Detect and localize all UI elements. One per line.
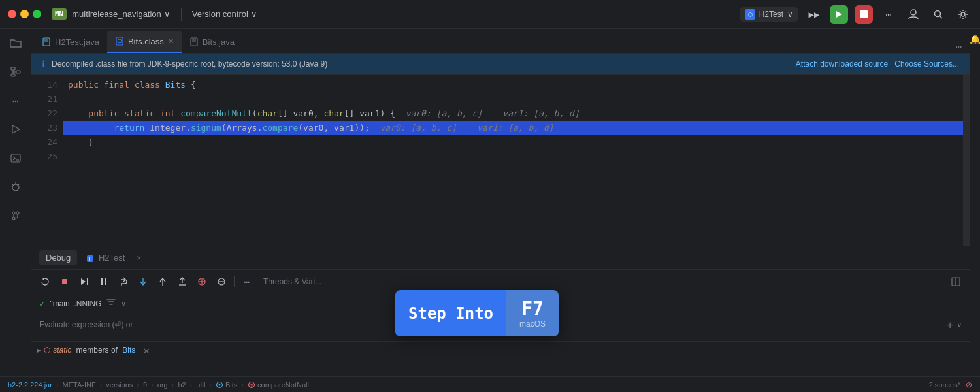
debug-step-up-btn[interactable] xyxy=(174,273,191,290)
scrollbar[interactable] xyxy=(963,75,970,246)
svg-line-16 xyxy=(12,184,14,186)
debug-layout-btn[interactable] xyxy=(947,273,964,290)
run-button[interactable] xyxy=(830,5,848,24)
status-versions: versions xyxy=(106,381,133,389)
stop-button[interactable] xyxy=(855,5,873,24)
debug-threads-label: Threads & Vari... xyxy=(263,277,321,286)
sidebar-icon-debug[interactable] xyxy=(7,178,25,196)
sidebar-icon-git[interactable] xyxy=(7,206,25,225)
status-jar: h2-2.2.224.jar xyxy=(8,381,52,389)
debug-restart-btn[interactable] xyxy=(37,273,54,290)
search-button[interactable] xyxy=(929,5,947,24)
tooltip-key-area: F7 macOS xyxy=(506,290,559,336)
svg-rect-34 xyxy=(101,278,103,285)
run-config-selector[interactable]: ⬡ H2Test ∨ xyxy=(740,7,798,22)
frames-text: members of xyxy=(74,346,120,355)
thread-dropdown-btn[interactable]: ∨ xyxy=(121,299,125,308)
step-into-tooltip: Step Into F7 macOS xyxy=(395,290,559,336)
tab-h2test-label: H2Test.java xyxy=(55,37,99,47)
status-meta-inf: META-INF xyxy=(63,381,96,389)
status-bits: Bits xyxy=(216,381,237,389)
more-button[interactable]: ⋯ xyxy=(879,5,898,24)
tab-bits-class-close[interactable]: ✕ xyxy=(168,37,174,46)
tab-bits-java[interactable]: Bits.java xyxy=(182,31,242,53)
status-error-icon[interactable]: ⊘ xyxy=(966,380,972,389)
tooltip-label: Step Into xyxy=(395,290,506,336)
svg-point-3 xyxy=(911,10,916,15)
sidebar-icon-run[interactable] xyxy=(7,120,25,139)
settings-button[interactable] xyxy=(954,5,972,24)
code-line-23: return Integer.signum(Arrays.compare(var… xyxy=(63,121,963,135)
choose-sources-link[interactable]: Choose Sources... xyxy=(894,59,959,69)
tab-more-button[interactable]: ⋯ xyxy=(950,41,967,53)
debug-tab-close[interactable]: ✕ xyxy=(137,253,141,262)
code-lines: public final class Bits { public static … xyxy=(63,75,963,246)
titlebar-separator xyxy=(181,8,182,21)
attach-source-link[interactable]: Attach downloaded source xyxy=(796,59,888,69)
svg-rect-7 xyxy=(11,67,15,70)
debug-more-btn[interactable]: ⋯ xyxy=(238,273,255,290)
minimize-button[interactable] xyxy=(20,10,29,18)
thread-filter-btn[interactable] xyxy=(106,299,116,308)
sidebar-icon-folder[interactable] xyxy=(7,34,25,52)
debug-tab-debug[interactable]: Debug xyxy=(39,250,77,265)
sidebar-icon-terminal[interactable] xyxy=(7,149,25,167)
tab-h2test[interactable]: H2Test.java xyxy=(34,31,107,53)
project-name[interactable]: multirelease_navigation ∨ xyxy=(72,9,171,19)
status-sep5: › xyxy=(172,381,174,389)
status-org: org xyxy=(157,381,168,389)
close-button[interactable] xyxy=(8,10,16,18)
status-spaces: 2 spaces* xyxy=(929,381,960,389)
svg-rect-32 xyxy=(62,279,67,284)
sidebar-icon-more[interactable]: ⋯ xyxy=(7,91,25,110)
sidebar-icon-structure[interactable] xyxy=(7,63,25,81)
debug-step-into-btn[interactable] xyxy=(135,273,152,290)
line-numbers: 14 21 22 23 24 25 xyxy=(31,75,63,246)
user-button[interactable] xyxy=(904,5,923,24)
svg-rect-35 xyxy=(105,278,106,285)
status-bar: h2-2.2.224.jar › META-INF › versions › 9… xyxy=(0,376,980,392)
status-sep2: › xyxy=(100,381,103,389)
version-control-menu[interactable]: Version control ∨ xyxy=(192,9,257,19)
traffic-lights xyxy=(8,10,41,18)
project-badge: MN xyxy=(52,8,67,20)
eval-add-btn[interactable]: + xyxy=(947,319,953,331)
debug-step-out-btn[interactable] xyxy=(154,273,171,290)
frames-close-btn[interactable]: ✕ xyxy=(143,344,150,357)
frames-icon: ⬡ xyxy=(44,346,50,355)
eval-chevron-btn[interactable]: ∨ xyxy=(957,320,962,329)
right-sidebar: 🔔 xyxy=(970,29,980,376)
maximize-button[interactable] xyxy=(33,10,41,18)
frames-bar: ▶ ⬡ static members of Bits ✕ xyxy=(31,342,970,359)
status-util: util xyxy=(196,381,205,389)
debug-resume-btn[interactable] xyxy=(76,273,93,290)
run-build-button[interactable]: ▶▶ xyxy=(805,5,823,24)
debug-stop-btn[interactable] xyxy=(56,273,73,290)
debug-step-over-btn[interactable] xyxy=(115,273,132,290)
debug-pause-btn[interactable] xyxy=(95,273,112,290)
tab-bits-class-label: Bits.class xyxy=(128,37,164,46)
status-right: 2 spaces* ⊘ xyxy=(929,380,972,389)
status-sep4: › xyxy=(151,381,154,389)
svg-line-17 xyxy=(18,184,19,186)
notifications-icon[interactable]: 🔔 xyxy=(970,34,980,44)
thread-name: "main...NNING xyxy=(50,299,101,308)
tooltip-key-label: F7 xyxy=(521,298,544,319)
code-line-25 xyxy=(63,150,963,164)
status-sep3: › xyxy=(137,381,139,389)
debug-tab-h2test[interactable]: H H2Test xyxy=(80,250,131,265)
debug-clear-btn[interactable] xyxy=(213,273,230,290)
info-bar: ℹ Decompiled .class file from JDK-9-spec… xyxy=(31,54,970,75)
svg-text:H: H xyxy=(89,257,92,261)
tab-bits-class[interactable]: Bits.class ✕ xyxy=(107,31,182,53)
run-config-icon: ⬡ xyxy=(745,9,755,20)
svg-point-19 xyxy=(16,212,19,214)
status-h2: h2 xyxy=(178,381,186,389)
status-method: m compareNotNull xyxy=(248,381,309,389)
debug-run-cursor-btn[interactable] xyxy=(193,273,210,290)
svg-text:⬡: ⬡ xyxy=(747,12,752,18)
debug-toolbar-sep xyxy=(234,276,235,287)
frames-expand-icon[interactable]: ▶ xyxy=(37,346,41,355)
svg-rect-12 xyxy=(11,154,20,162)
code-line-24: } xyxy=(63,135,963,150)
